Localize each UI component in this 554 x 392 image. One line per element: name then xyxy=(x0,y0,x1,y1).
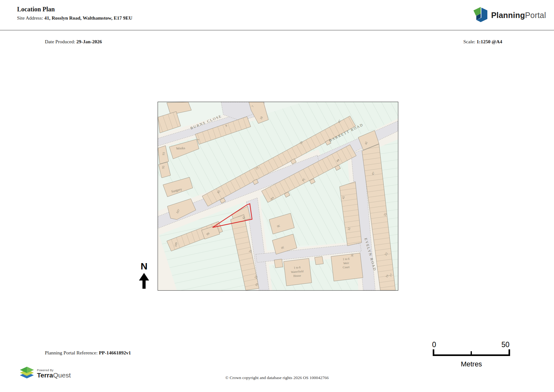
north-label: N xyxy=(138,261,150,272)
planning-portal-logo: PlanningPortal xyxy=(473,6,546,24)
north-arrow-icon xyxy=(138,273,150,291)
terraquest-wordmark: TerraQuest xyxy=(37,371,71,379)
header-divider xyxy=(0,30,554,30)
building-label-weir-2: Weir xyxy=(343,261,349,265)
terraquest-icon xyxy=(20,366,34,381)
scale-bar-unit: Metres xyxy=(430,360,513,368)
building-label-works: Works xyxy=(176,146,185,150)
site-address: Site Address: 41, Rosslyn Road, Walthams… xyxy=(17,15,132,21)
house-number: 30 xyxy=(350,254,354,257)
building-label-weir-1: 1 to 6 xyxy=(343,257,350,261)
scale-bar-rule xyxy=(430,349,513,357)
planning-portal-icon xyxy=(473,6,488,24)
terraquest-logo: Powered By TerraQuest xyxy=(20,366,71,381)
page-title: Location Plan xyxy=(17,6,55,13)
date-produced: Date Produced: 29-Jan-2026 xyxy=(45,39,102,45)
scale-bar: 0 50 Metres xyxy=(430,341,513,368)
scale-bar-end: 50 xyxy=(501,341,509,349)
scale-bar-start: 0 xyxy=(432,341,436,349)
planning-portal-reference: Planning Portal Reference: PP-14661892v1 xyxy=(45,350,131,356)
site-address-label: Site Address: xyxy=(17,15,44,21)
map-scale: Scale: 1:1250 @A4 xyxy=(463,39,502,45)
map-frame: BURNS CLOSE BARRETT ROAD EVELYN ROAD Wor… xyxy=(158,102,398,291)
house-number: 93 xyxy=(162,152,166,155)
house-number: 32 xyxy=(347,227,351,231)
building-label-waterfield-1: 1 to 6 xyxy=(294,266,301,269)
map: BURNS CLOSE BARRETT ROAD EVELYN ROAD Wor… xyxy=(158,102,398,290)
house-number: 95 xyxy=(161,166,165,169)
building-label-waterfield-3: House xyxy=(293,274,301,278)
building-label-weir-3: Court xyxy=(343,265,350,269)
location-plan-page: Location Plan Site Address: 41, Rosslyn … xyxy=(0,0,554,392)
site-address-value: 41, Rosslyn Road, Walthamstow, E17 9EU xyxy=(44,15,132,21)
crown-copyright: © Crown copyright and database rights 20… xyxy=(225,375,328,380)
planning-portal-wordmark: PlanningPortal xyxy=(491,11,546,20)
